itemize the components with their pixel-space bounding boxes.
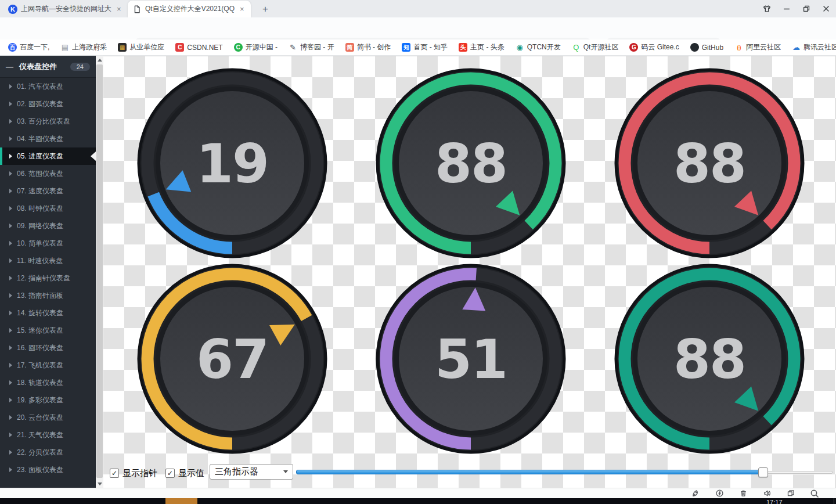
svg-text:88: 88 — [673, 133, 745, 195]
speaker-icon[interactable] — [762, 489, 772, 498]
tab-close-icon[interactable]: × — [238, 5, 246, 13]
bookmark-item[interactable]: 知首页 - 知乎 — [402, 42, 448, 52]
expand-arrow-icon — [9, 241, 12, 246]
sidebar-item-label: 11. 时速仪表盘 — [17, 256, 63, 266]
sidebar-item-08[interactable]: 08. 时钟仪表盘 — [0, 200, 96, 217]
sidebar-item-06[interactable]: 06. 范围仪表盘 — [0, 165, 96, 182]
bookmark-item[interactable]: 头主页 - 头条 — [459, 42, 505, 52]
bookmark-item[interactable]: 简简书 - 创作 — [345, 42, 391, 52]
sidebar-item-13[interactable]: 13. 指南针面板 — [0, 287, 96, 304]
windows-overlap-icon[interactable] — [785, 489, 796, 498]
sidebar-item-18[interactable]: 18. 轨道仪表盘 — [0, 374, 96, 391]
sidebar-item-03[interactable]: 03. 百分比仪表盘 — [0, 113, 96, 130]
sidebar-item-09[interactable]: 09. 网络仪表盘 — [0, 217, 96, 235]
browser-tab-nav[interactable]: K 上网导航—安全快捷的网址大 × — [3, 1, 128, 17]
close-icon[interactable] — [816, 0, 836, 17]
sidebar-item-23[interactable]: 23. 面板仪表盘 — [0, 461, 96, 478]
tab-title: Qt自定义控件大全V2021(QQ — [145, 4, 235, 14]
tab-close-icon[interactable]: × — [115, 5, 123, 13]
sidebar-item-16[interactable]: 16. 圆环仪表盘 — [0, 339, 96, 357]
theme-shirt-icon[interactable] — [757, 0, 777, 17]
expand-arrow-icon — [9, 398, 12, 402]
sidebar-item-05[interactable]: 05. 进度仪表盘 — [0, 147, 96, 165]
sidebar-item-10[interactable]: 10. 简单仪表盘 — [0, 235, 96, 252]
csdn-icon: C — [175, 43, 184, 52]
sidebar-item-02[interactable]: 02. 圆弧仪表盘 — [0, 95, 96, 113]
demo-canvas: 19 88 88 67 — [103, 56, 836, 488]
expand-arrow-icon — [9, 363, 12, 368]
rocket-icon[interactable] — [690, 489, 701, 498]
sidebar-item-22[interactable]: 22. 分贝仪表盘 — [0, 444, 96, 461]
sidebar-item-14[interactable]: 14. 旋转仪表盘 — [0, 304, 96, 322]
bookmark-item[interactable]: CCSDN.NET — [175, 43, 222, 52]
progress-gauge-3: 88 — [614, 67, 805, 259]
scroll-up-icon[interactable] — [96, 56, 103, 64]
github-icon — [690, 43, 699, 52]
expand-arrow-icon — [9, 345, 12, 350]
sidebar-group-header[interactable]: — 仪表盘控件 24 — [0, 56, 96, 78]
bookmark-label: 从业单位应 — [129, 42, 164, 52]
sidebar-item-21[interactable]: 21. 天气仪表盘 — [0, 426, 96, 444]
sidebar-item-12[interactable]: 12. 指南针仪表盘 — [0, 269, 96, 287]
image-icon: ▦ — [118, 43, 127, 52]
bookmark-item[interactable]: ▤上海政府采 — [60, 42, 107, 52]
trash-icon[interactable] — [738, 489, 748, 498]
bookmark-item[interactable]: (-)阿里云社区 — [734, 42, 781, 52]
sidebar-scrollbar[interactable] — [96, 56, 103, 488]
show-value-checkbox[interactable]: ✓ — [165, 469, 175, 478]
tab-title: 上网导航—安全快捷的网址大 — [21, 4, 111, 14]
restore-icon[interactable] — [797, 0, 816, 17]
bookmark-item[interactable]: ◉QTCN开发 — [516, 42, 561, 52]
sidebar-item-label: 20. 云台仪表盘 — [17, 413, 63, 423]
taskbar-active-app[interactable] — [165, 498, 197, 504]
sidebar-item-17[interactable]: 17. 飞机仪表盘 — [0, 357, 96, 374]
aliyun-icon: (-) — [734, 43, 743, 52]
tab-bar: K 上网导航—安全快捷的网址大 × Qt自定义控件大全V2021(QQ × + — [0, 0, 836, 17]
sidebar-item-label: 23. 面板仪表盘 — [17, 465, 63, 475]
qt-community-icon: Q — [572, 43, 581, 52]
sidebar-group-title: 仪表盘控件 — [19, 62, 57, 72]
magnifier-icon[interactable] — [809, 489, 820, 498]
scrollbar-thumb[interactable] — [96, 64, 103, 478]
new-tab-button[interactable]: + — [259, 1, 272, 17]
progress-gauge-5: 51 — [375, 263, 567, 455]
flash-circle-icon[interactable] — [714, 489, 725, 498]
value-slider[interactable] — [296, 467, 833, 477]
k-logo-icon: K — [8, 5, 17, 14]
browser-tab-qwidgetdemo[interactable]: Qt自定义控件大全V2021(QQ × — [128, 1, 251, 17]
scroll-down-icon[interactable] — [96, 480, 103, 488]
sidebar-item-label: 09. 网络仪表盘 — [17, 221, 63, 231]
bookmark-label: 阿里云社区 — [746, 42, 781, 52]
bookmark-label: 腾讯云社区 — [803, 42, 836, 52]
sidebar-item-11[interactable]: 11. 时速仪表盘 — [0, 252, 96, 269]
svg-text:19: 19 — [196, 133, 268, 195]
sidebar-item-19[interactable]: 19. 多彩仪表盘 — [0, 391, 96, 409]
expand-arrow-icon — [9, 293, 12, 298]
show-pointer-checkbox[interactable]: ✓ — [110, 469, 119, 478]
bookmark-item[interactable]: QQt开源社区 — [572, 42, 619, 52]
indicator-style-select[interactable]: 三角指示器 — [210, 464, 293, 480]
sidebar: — 仪表盘控件 24 01. 汽车仪表盘02. 圆弧仪表盘03. 百分比仪表盘0… — [0, 56, 96, 488]
browser-status-bar — [0, 488, 836, 498]
sidebar-item-07[interactable]: 07. 速度仪表盘 — [0, 182, 96, 200]
bookmark-label: Qt开源社区 — [583, 42, 619, 52]
bookmark-item[interactable]: ▦从业单位应 — [118, 42, 164, 52]
sidebar-item-01[interactable]: 01. 汽车仪表盘 — [0, 78, 96, 95]
bookmark-item[interactable]: C开源中国 - — [234, 42, 278, 52]
bookmark-label: 首页 - 知乎 — [413, 42, 448, 52]
sidebar-item-15[interactable]: 15. 迷你仪表盘 — [0, 322, 96, 339]
show-value-label: 显示值 — [178, 468, 204, 479]
bookmark-item[interactable]: ☁腾讯云社区 — [792, 42, 836, 52]
slider-handle[interactable] — [758, 467, 768, 477]
sidebar-item-label: 13. 指南针面板 — [17, 291, 63, 301]
sidebar-item-20[interactable]: 20. 云台仪表盘 — [0, 409, 96, 426]
bookmark-item[interactable]: ✎博客园 - 开 — [289, 42, 334, 52]
bookmark-item[interactable]: 百百度一下, — [8, 42, 49, 52]
minimize-icon[interactable] — [777, 0, 797, 17]
bookmark-item[interactable]: GitHub — [690, 43, 723, 52]
bookmark-item[interactable]: G码云 Gitee.c — [629, 42, 679, 52]
sidebar-item-label: 19. 多彩仪表盘 — [17, 395, 63, 405]
bookmark-label: QTCN开发 — [527, 42, 561, 52]
sidebar-item-04[interactable]: 04. 半圆仪表盘 — [0, 130, 96, 147]
expand-arrow-icon — [9, 380, 12, 385]
